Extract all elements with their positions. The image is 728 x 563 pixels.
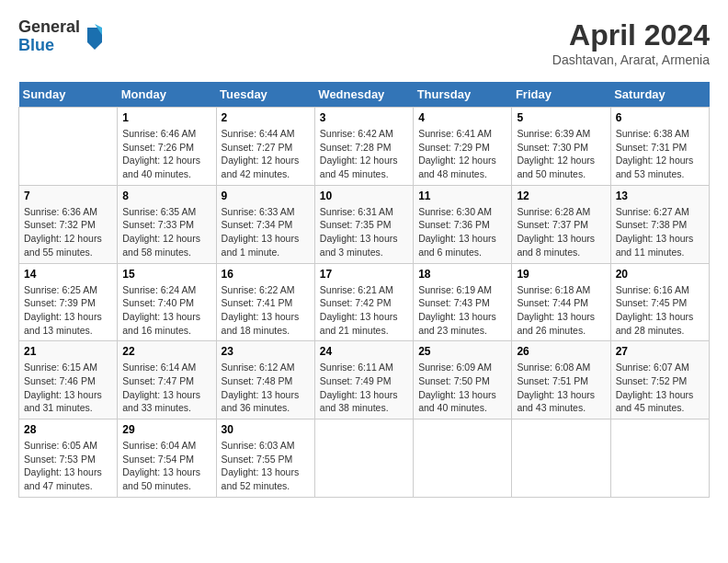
calendar-cell: 4Sunrise: 6:41 AMSunset: 7:29 PMDaylight… — [414, 108, 512, 186]
calendar-cell: 5Sunrise: 6:39 AMSunset: 7:30 PMDaylight… — [512, 108, 610, 186]
day-number: 18 — [418, 268, 506, 281]
calendar-cell: 28Sunrise: 6:05 AMSunset: 7:53 PMDayligh… — [19, 419, 118, 498]
calendar-cell: 26Sunrise: 6:08 AMSunset: 7:51 PMDayligh… — [512, 341, 610, 419]
day-header-sunday: Sunday — [19, 82, 118, 108]
calendar-cell: 25Sunrise: 6:09 AMSunset: 7:50 PMDayligh… — [414, 341, 512, 419]
day-number: 29 — [122, 423, 210, 436]
day-number: 20 — [616, 268, 704, 281]
cell-info: Sunrise: 6:07 AMSunset: 7:52 PMDaylight:… — [616, 361, 704, 415]
calendar-cell: 19Sunrise: 6:18 AMSunset: 7:44 PMDayligh… — [512, 263, 610, 341]
calendar-week-row: 7Sunrise: 6:36 AMSunset: 7:32 PMDaylight… — [19, 185, 710, 263]
calendar-cell: 12Sunrise: 6:28 AMSunset: 7:37 PMDayligh… — [512, 185, 610, 263]
day-number: 16 — [222, 268, 310, 281]
day-number: 25 — [418, 345, 506, 358]
calendar-cell: 24Sunrise: 6:11 AMSunset: 7:49 PMDayligh… — [314, 341, 413, 419]
logo-general: General — [18, 18, 80, 37]
calendar-cell: 27Sunrise: 6:07 AMSunset: 7:52 PMDayligh… — [610, 341, 709, 419]
day-number: 30 — [222, 423, 310, 436]
calendar-cell: 23Sunrise: 6:12 AMSunset: 7:48 PMDayligh… — [216, 341, 314, 419]
calendar-cell: 2Sunrise: 6:44 AMSunset: 7:27 PMDaylight… — [216, 108, 314, 186]
calendar-cell: 1Sunrise: 6:46 AMSunset: 7:26 PMDaylight… — [118, 108, 216, 186]
month-title: April 2024 — [552, 18, 710, 52]
calendar-cell: 30Sunrise: 6:03 AMSunset: 7:55 PMDayligh… — [216, 419, 314, 498]
cell-info: Sunrise: 6:19 AMSunset: 7:43 PMDaylight:… — [418, 283, 506, 338]
location: Dashtavan, Ararat, Armenia — [552, 52, 710, 67]
calendar-cell — [610, 419, 709, 498]
day-number: 13 — [616, 190, 704, 202]
day-number: 22 — [122, 345, 210, 358]
cell-info: Sunrise: 6:38 AMSunset: 7:31 PMDaylight:… — [616, 127, 704, 181]
calendar-cell: 29Sunrise: 6:04 AMSunset: 7:54 PMDayligh… — [118, 419, 216, 498]
cell-info: Sunrise: 6:36 AMSunset: 7:32 PMDaylight:… — [24, 205, 112, 259]
day-header-monday: Monday — [118, 82, 216, 108]
calendar-cell — [414, 419, 512, 498]
day-number: 26 — [517, 345, 605, 358]
calendar-cell: 16Sunrise: 6:22 AMSunset: 7:41 PMDayligh… — [216, 263, 314, 341]
logo: General Blue — [18, 18, 106, 55]
cell-info: Sunrise: 6:28 AMSunset: 7:37 PMDaylight:… — [517, 205, 605, 259]
day-number: 21 — [24, 345, 112, 358]
day-number: 3 — [320, 111, 408, 124]
calendar-cell: 17Sunrise: 6:21 AMSunset: 7:42 PMDayligh… — [314, 263, 413, 341]
calendar-cell: 7Sunrise: 6:36 AMSunset: 7:32 PMDaylight… — [19, 185, 118, 263]
cell-info: Sunrise: 6:03 AMSunset: 7:55 PMDaylight:… — [222, 439, 310, 493]
calendar-cell: 6Sunrise: 6:38 AMSunset: 7:31 PMDaylight… — [610, 108, 709, 186]
day-number: 7 — [24, 190, 112, 202]
day-number: 5 — [517, 111, 605, 124]
calendar-cell: 22Sunrise: 6:14 AMSunset: 7:47 PMDayligh… — [118, 341, 216, 419]
calendar-week-row: 21Sunrise: 6:15 AMSunset: 7:46 PMDayligh… — [19, 341, 710, 419]
logo-text: General Blue — [18, 18, 80, 55]
cell-info: Sunrise: 6:21 AMSunset: 7:42 PMDaylight:… — [320, 283, 408, 338]
page-header: General Blue April 2024 Dashtavan, Arara… — [18, 18, 710, 67]
day-number: 24 — [320, 345, 408, 358]
day-number: 15 — [122, 268, 210, 281]
calendar-cell: 18Sunrise: 6:19 AMSunset: 7:43 PMDayligh… — [414, 263, 512, 341]
cell-info: Sunrise: 6:14 AMSunset: 7:47 PMDaylight:… — [122, 361, 210, 415]
calendar-cell: 21Sunrise: 6:15 AMSunset: 7:46 PMDayligh… — [19, 341, 118, 419]
cell-info: Sunrise: 6:12 AMSunset: 7:48 PMDaylight:… — [222, 361, 310, 415]
day-number: 14 — [24, 268, 112, 281]
cell-info: Sunrise: 6:31 AMSunset: 7:35 PMDaylight:… — [320, 205, 408, 259]
logo-blue: Blue — [18, 37, 80, 55]
day-header-wednesday: Wednesday — [314, 82, 413, 108]
day-number: 28 — [24, 423, 112, 436]
day-header-thursday: Thursday — [414, 82, 512, 108]
day-number: 8 — [122, 190, 210, 202]
calendar-week-row: 1Sunrise: 6:46 AMSunset: 7:26 PMDaylight… — [19, 108, 710, 186]
cell-info: Sunrise: 6:42 AMSunset: 7:28 PMDaylight:… — [320, 127, 408, 181]
cell-info: Sunrise: 6:18 AMSunset: 7:44 PMDaylight:… — [517, 283, 605, 338]
calendar-cell: 14Sunrise: 6:25 AMSunset: 7:39 PMDayligh… — [19, 263, 118, 341]
cell-info: Sunrise: 6:41 AMSunset: 7:29 PMDaylight:… — [418, 127, 506, 181]
cell-info: Sunrise: 6:22 AMSunset: 7:41 PMDaylight:… — [222, 283, 310, 338]
day-number: 12 — [517, 190, 605, 202]
cell-info: Sunrise: 6:15 AMSunset: 7:46 PMDaylight:… — [24, 361, 112, 415]
cell-info: Sunrise: 6:27 AMSunset: 7:38 PMDaylight:… — [616, 205, 704, 259]
day-number: 17 — [320, 268, 408, 281]
day-number: 1 — [122, 111, 210, 124]
cell-info: Sunrise: 6:05 AMSunset: 7:53 PMDaylight:… — [24, 439, 112, 493]
calendar-week-row: 28Sunrise: 6:05 AMSunset: 7:53 PMDayligh… — [19, 419, 710, 498]
cell-info: Sunrise: 6:39 AMSunset: 7:30 PMDaylight:… — [517, 127, 605, 181]
calendar-cell: 9Sunrise: 6:33 AMSunset: 7:34 PMDaylight… — [216, 185, 314, 263]
calendar-table: SundayMondayTuesdayWednesdayThursdayFrid… — [18, 82, 710, 498]
day-number: 2 — [222, 111, 310, 124]
calendar-cell: 8Sunrise: 6:35 AMSunset: 7:33 PMDaylight… — [118, 185, 216, 263]
cell-info: Sunrise: 6:16 AMSunset: 7:45 PMDaylight:… — [616, 283, 704, 338]
cell-info: Sunrise: 6:25 AMSunset: 7:39 PMDaylight:… — [24, 283, 112, 338]
cell-info: Sunrise: 6:46 AMSunset: 7:26 PMDaylight:… — [122, 127, 210, 181]
day-header-saturday: Saturday — [610, 82, 709, 108]
calendar-cell — [19, 108, 118, 186]
day-number: 23 — [222, 345, 310, 358]
calendar-body: 1Sunrise: 6:46 AMSunset: 7:26 PMDaylight… — [19, 108, 710, 498]
logo-icon — [84, 24, 106, 50]
day-number: 11 — [418, 190, 506, 202]
calendar-cell: 15Sunrise: 6:24 AMSunset: 7:40 PMDayligh… — [118, 263, 216, 341]
calendar-cell — [512, 419, 610, 498]
cell-info: Sunrise: 6:44 AMSunset: 7:27 PMDaylight:… — [222, 127, 310, 181]
cell-info: Sunrise: 6:33 AMSunset: 7:34 PMDaylight:… — [222, 205, 310, 259]
cell-info: Sunrise: 6:11 AMSunset: 7:49 PMDaylight:… — [320, 361, 408, 415]
day-number: 9 — [222, 190, 310, 202]
cell-info: Sunrise: 6:08 AMSunset: 7:51 PMDaylight:… — [517, 361, 605, 415]
day-number: 6 — [616, 111, 704, 124]
cell-info: Sunrise: 6:24 AMSunset: 7:40 PMDaylight:… — [122, 283, 210, 338]
